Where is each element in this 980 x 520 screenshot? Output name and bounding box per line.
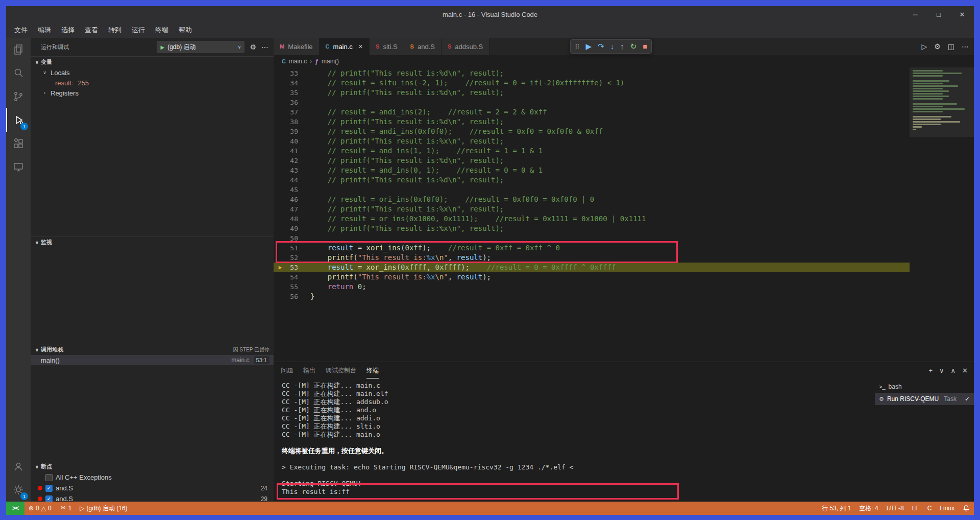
line-number[interactable]: 46: [287, 195, 298, 204]
code-line-49[interactable]: 49 // printf("This result is:%x\n", resu…: [274, 224, 910, 233]
os-indicator[interactable]: Linux: [936, 502, 959, 515]
line-number[interactable]: 52: [287, 253, 298, 263]
language-mode[interactable]: C: [923, 502, 936, 515]
cursor-position[interactable]: 行 53, 列 1: [818, 502, 855, 515]
registers-group[interactable]: › Registers: [31, 88, 274, 98]
gear-icon[interactable]: ⚙: [934, 42, 941, 51]
step-out-icon[interactable]: ↑: [620, 42, 624, 51]
terminal-picker-chevron-icon[interactable]: ∨: [939, 367, 944, 374]
split-editor-icon[interactable]: ◫: [948, 42, 954, 51]
gear-icon[interactable]: ⚙: [250, 43, 256, 51]
start-debugging-icon[interactable]: ▶: [160, 44, 164, 50]
notifications-bell-icon[interactable]: [959, 502, 974, 515]
terminal-list-item-Run RISCV-QEMU[interactable]: ⚙Run RISCV-QEMUTask✓: [875, 393, 974, 405]
debug-status[interactable]: ▷ (gdb) 启动 (16): [76, 502, 131, 515]
code-line-45[interactable]: 45: [274, 185, 910, 195]
breakpoint-checkbox[interactable]: [45, 474, 53, 481]
editor-tab-main.c[interactable]: Cmain.c✕: [320, 38, 370, 55]
ports-status[interactable]: 1: [56, 502, 76, 515]
code-line-37[interactable]: 37 // result = andi_ins(2); //result = 2…: [274, 107, 910, 117]
maximize-panel-icon[interactable]: ∧: [951, 367, 956, 374]
line-number[interactable]: 55: [287, 282, 298, 292]
explorer-icon[interactable]: [6, 38, 31, 61]
panel-tab-终端[interactable]: 终端: [366, 363, 379, 379]
code-line-36[interactable]: 36: [274, 98, 910, 107]
continue-icon[interactable]: ▶: [586, 42, 592, 51]
close-tab-icon[interactable]: ✕: [358, 43, 363, 50]
breakpoint-checkbox[interactable]: ✓: [45, 485, 53, 492]
code-line-35[interactable]: 35 // printf("This result is:%d\n", resu…: [274, 88, 910, 98]
menu-item-4[interactable]: 查看: [80, 22, 103, 38]
debug-config-dropdown[interactable]: ▶ (gdb) 启动 ∨: [157, 41, 244, 53]
line-number[interactable]: 41: [287, 146, 298, 156]
settings-gear-icon[interactable]: 1: [6, 478, 31, 502]
code-line-51[interactable]: 51 result = xori_ins(0xff); //result = 0…: [274, 243, 910, 253]
callstack-section-header[interactable]: ∨ 调用堆栈 因 STEP 已暂停: [31, 344, 274, 355]
extensions-icon[interactable]: [6, 132, 31, 155]
stop-icon[interactable]: ■: [643, 42, 647, 51]
stack-frame-main[interactable]: main() main.c 53:1: [31, 355, 274, 365]
code-line-40[interactable]: 40 // printf("This result is:%x\n", resu…: [274, 136, 910, 146]
panel-tab-调试控制台[interactable]: 调试控制台: [326, 363, 356, 379]
new-terminal-icon[interactable]: +: [928, 367, 933, 374]
line-number[interactable]: 37: [287, 107, 298, 117]
menu-item-2[interactable]: 编辑: [33, 22, 56, 38]
menu-item-1[interactable]: 文件: [9, 22, 33, 38]
code-line-43[interactable]: 43 // result = and_ins(0, 1); //result =…: [274, 166, 910, 175]
editor-tab-and.S[interactable]: Sand.S: [404, 38, 442, 55]
code-line-47[interactable]: 47 // printf("This result is:%x\n", resu…: [274, 204, 910, 214]
minimap[interactable]: [910, 67, 974, 362]
line-number[interactable]: 47: [287, 204, 298, 214]
watch-section-header[interactable]: ∨ 监视: [31, 237, 274, 248]
code-line-55[interactable]: 55 return 0;: [274, 282, 910, 292]
indentation[interactable]: 空格: 4: [855, 502, 882, 515]
panel-tab-输出[interactable]: 输出: [303, 363, 315, 379]
line-number[interactable]: 51: [287, 243, 298, 253]
breadcrumb-symbol[interactable]: main(): [322, 58, 339, 65]
locals-group[interactable]: ∨ Locals: [31, 67, 274, 78]
code-line-46[interactable]: 46 // result = ori_ins(0xf0f0); //result…: [274, 195, 910, 204]
code-line-48[interactable]: 48 // result = or_ins(0x1000, 0x1111); /…: [274, 214, 910, 224]
line-number[interactable]: 50: [287, 233, 298, 243]
code-line-50[interactable]: 50: [274, 233, 910, 243]
terminal-output[interactable]: CC -[M] 正在构建... main.cCC -[M] 正在构建... ma…: [274, 379, 875, 502]
code-line-42[interactable]: 42 // printf("This result is:%d\n", resu…: [274, 156, 910, 166]
line-number[interactable]: 33: [287, 68, 298, 78]
source-control-icon[interactable]: [6, 85, 31, 108]
editor-tab-Makefile[interactable]: MMakefile: [274, 38, 320, 55]
code-line-44[interactable]: 44 // printf("This result is:%d\n", resu…: [274, 175, 910, 185]
eol-indicator[interactable]: LF: [908, 502, 923, 515]
line-number[interactable]: 40: [287, 136, 298, 146]
code-line-53[interactable]: ▶53 result = xor_ins(0xffff, 0xffff); //…: [274, 263, 910, 272]
line-number[interactable]: 36: [287, 98, 298, 107]
run-or-debug-icon[interactable]: ▷: [921, 42, 927, 51]
code-line-52[interactable]: 52 printf("This result is:%x\n", result)…: [274, 253, 910, 263]
drag-handle-icon[interactable]: ⠿: [575, 43, 580, 51]
line-number[interactable]: 44: [287, 175, 298, 185]
code-line-34[interactable]: 34 // result = sltu_ins(-2, 1); //result…: [274, 78, 910, 88]
line-number[interactable]: 34: [287, 78, 298, 88]
maximize-button[interactable]: □: [927, 6, 950, 22]
breadcrumb[interactable]: C main.c › ƒ main(): [274, 55, 974, 67]
editor-tab-addsub.S[interactable]: Saddsub.S: [442, 38, 489, 55]
breadcrumb-file[interactable]: main.c: [289, 58, 307, 65]
variable-result[interactable]: result: 255: [31, 78, 274, 88]
remote-indicator[interactable]: ><: [6, 502, 24, 515]
minimize-button[interactable]: ─: [903, 6, 927, 22]
line-number[interactable]: 35: [287, 88, 298, 98]
breakpoint-checkbox[interactable]: ✓: [45, 495, 53, 502]
close-panel-icon[interactable]: ✕: [962, 367, 968, 374]
step-over-icon[interactable]: ↷: [598, 42, 604, 51]
line-number[interactable]: 42: [287, 156, 298, 166]
line-number[interactable]: 54: [287, 272, 298, 282]
step-into-icon[interactable]: ↓: [610, 42, 615, 51]
code-line-41[interactable]: 41 // result = and_ins(1, 1); //result =…: [274, 146, 910, 156]
line-number[interactable]: 43: [287, 166, 298, 175]
code-line-38[interactable]: 38 // printf("This result is:%d\n", resu…: [274, 117, 910, 127]
run-and-debug-icon[interactable]: 1: [6, 108, 31, 132]
breakpoint-item[interactable]: ✓and.S29: [31, 493, 274, 502]
code-line-39[interactable]: 39 // result = andi_ins(0xf0f0); //resul…: [274, 127, 910, 136]
restart-icon[interactable]: ↻: [630, 42, 637, 51]
line-number[interactable]: 39: [287, 127, 298, 136]
line-number[interactable]: 56: [287, 292, 298, 301]
